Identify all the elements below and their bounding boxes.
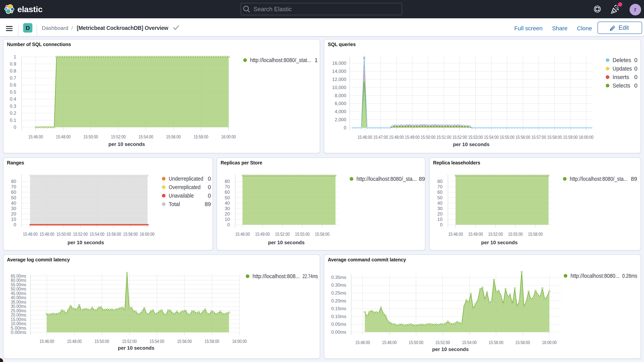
svg-text:60: 60 [437, 190, 442, 195]
svg-text:0: 0 [634, 57, 638, 63]
svg-text:15:53:00: 15:53:00 [468, 134, 483, 140]
svg-text:15:50:00: 15:50:00 [409, 340, 424, 345]
svg-text:15:46:00: 15:46:00 [448, 232, 463, 237]
svg-text:15:47:00: 15:47:00 [373, 134, 388, 140]
svg-text:15:54:00: 15:54:00 [150, 339, 164, 344]
svg-text:15:52:00: 15:52:00 [122, 339, 137, 344]
svg-text:20: 20 [225, 211, 230, 216]
svg-text:80: 80 [11, 179, 16, 184]
svg-text:15:52:00: 15:52:00 [73, 232, 88, 237]
svg-text:15:54:00: 15:54:00 [462, 340, 477, 345]
svg-text:10: 10 [437, 217, 442, 222]
svg-text:15:59:00: 15:59:00 [563, 134, 578, 140]
svg-text:15:54:00: 15:54:00 [138, 134, 153, 139]
svg-text:15:57:00: 15:57:00 [532, 134, 546, 140]
svg-text:per 10 seconds: per 10 seconds [68, 240, 104, 246]
svg-text:10,000: 10,000 [332, 85, 346, 90]
svg-text:80: 80 [437, 179, 442, 184]
svg-text:0.26ms: 0.26ms [622, 272, 637, 279]
svg-text:0.5: 0.5 [10, 90, 16, 95]
svg-text:http://localhost:8080...: http://localhost:8080... [570, 272, 620, 279]
svg-text:0.4: 0.4 [10, 96, 16, 102]
svg-text:15:54:00: 15:54:00 [484, 134, 498, 140]
svg-text:0.1: 0.1 [10, 118, 16, 123]
svg-text:2,000: 2,000 [335, 117, 346, 122]
svg-text:15:52:00: 15:52:00 [111, 134, 126, 139]
svg-text:Selects: Selects [612, 82, 630, 89]
svg-text:15:48:00: 15:48:00 [56, 134, 70, 139]
svg-text:16,000: 16,000 [332, 60, 346, 66]
svg-text:15:52:00: 15:52:00 [488, 232, 503, 237]
svg-text:0: 0 [208, 176, 211, 182]
svg-text:0: 0 [634, 74, 638, 80]
svg-text:15:48:00: 15:48:00 [67, 339, 82, 344]
svg-text:15:49:00: 15:49:00 [255, 232, 270, 237]
svg-text:0.3: 0.3 [10, 104, 16, 109]
svg-text:16:00:00: 16:00:00 [579, 134, 594, 140]
svg-text:15:58:00: 15:58:00 [315, 232, 330, 237]
svg-text:15:49:00: 15:49:00 [468, 232, 483, 237]
svg-text:15:48:00: 15:48:00 [40, 232, 54, 237]
svg-text:15:56:00: 15:56:00 [166, 134, 181, 139]
svg-text:16:00:00: 16:00:00 [221, 134, 236, 139]
svg-text:per 10 seconds: per 10 seconds [432, 346, 468, 352]
svg-text:per 10 seconds: per 10 seconds [108, 141, 145, 147]
svg-text:40: 40 [437, 200, 442, 206]
svg-text:Unavailable: Unavailable [169, 192, 194, 199]
svg-text:0.30ms: 0.30ms [331, 282, 346, 288]
svg-text:20: 20 [11, 211, 16, 216]
svg-text:15:58:00: 15:58:00 [516, 340, 530, 345]
svg-text:15:55:00: 15:55:00 [295, 232, 310, 237]
svg-text:0: 0 [227, 222, 230, 227]
svg-text:1: 1 [314, 57, 318, 63]
svg-text:80: 80 [225, 179, 230, 184]
svg-text:0.25ms: 0.25ms [331, 290, 346, 296]
svg-text:per 10 seconds: per 10 seconds [118, 345, 154, 351]
svg-text:15:48:00: 15:48:00 [382, 340, 396, 345]
svg-text:10: 10 [225, 217, 230, 222]
svg-text:10: 10 [11, 217, 16, 222]
svg-text:70: 70 [11, 184, 16, 189]
svg-text:30: 30 [11, 206, 16, 211]
svg-text:8,000: 8,000 [335, 93, 346, 98]
svg-text:15:48:00: 15:48:00 [389, 134, 404, 140]
svg-text:12,000: 12,000 [332, 77, 346, 82]
svg-text:50: 50 [11, 195, 16, 200]
svg-text:15:46:00: 15:46:00 [23, 232, 38, 237]
svg-text:15:52:00: 15:52:00 [435, 340, 450, 345]
svg-text:per 10 seconds: per 10 seconds [481, 240, 518, 246]
svg-text:Inserts: Inserts [612, 74, 629, 80]
svg-text:http://localhost:8080/_stat...: http://localhost:8080/_stat... [250, 57, 311, 63]
svg-text:15:55:00: 15:55:00 [500, 134, 514, 140]
svg-text:0.6: 0.6 [10, 82, 16, 88]
svg-text:70: 70 [225, 184, 230, 189]
svg-text:0: 0 [344, 125, 346, 130]
svg-text:30: 30 [225, 206, 230, 211]
svg-text:15:51:00: 15:51:00 [436, 134, 451, 140]
svg-text:0: 0 [634, 65, 638, 72]
svg-text:30: 30 [437, 206, 442, 211]
svg-text:60: 60 [11, 190, 16, 195]
svg-text:1: 1 [14, 54, 16, 59]
svg-text:15:52:00: 15:52:00 [452, 134, 467, 140]
svg-text:15:46:00: 15:46:00 [40, 339, 54, 344]
svg-text:15:52:00: 15:52:00 [275, 232, 290, 237]
svg-text:16:00:00: 16:00:00 [542, 340, 557, 345]
svg-text:15:56:00: 15:56:00 [489, 340, 504, 345]
svg-text:per 10 seconds: per 10 seconds [453, 142, 489, 147]
svg-text:15:58:00: 15:58:00 [547, 134, 562, 140]
svg-text:Deletes: Deletes [612, 57, 631, 63]
svg-text:0: 0 [14, 124, 16, 130]
svg-text:65.00ms: 65.00ms [11, 273, 26, 278]
svg-text:0.10ms: 0.10ms [331, 314, 346, 319]
svg-text:0: 0 [634, 82, 638, 89]
svg-text:15:50:00: 15:50:00 [84, 134, 98, 139]
svg-text:16:00:00: 16:00:00 [140, 232, 154, 237]
svg-text:15:56:00: 15:56:00 [106, 232, 121, 237]
svg-text:4,000: 4,000 [335, 109, 346, 114]
svg-text:0.20ms: 0.20ms [331, 298, 346, 304]
svg-text:6,000: 6,000 [335, 101, 346, 106]
svg-text:15:55:00: 15:55:00 [508, 232, 523, 237]
svg-text:Total: Total [169, 201, 180, 207]
svg-text:15:46:00: 15:46:00 [358, 134, 372, 140]
